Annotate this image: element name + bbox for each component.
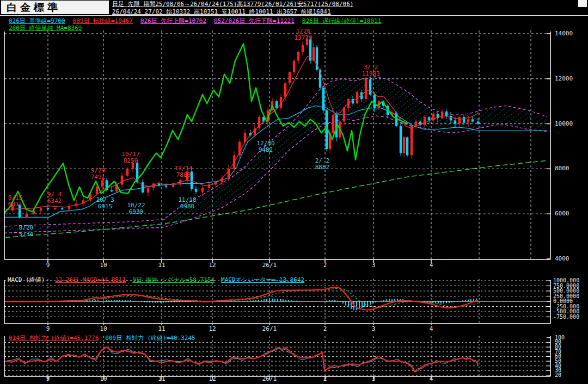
month-label: 12	[209, 325, 216, 332]
pivot-low-annotation: 10/ 3 6915	[96, 197, 114, 210]
month-label: 9	[46, 262, 50, 269]
month-label: 11	[158, 325, 165, 332]
price-tick-label: 6000	[555, 210, 569, 217]
header-bar: 白金標準 日足 先限 期間25/08/06～26/04/24(175)高1377…	[0, 0, 588, 16]
pivot-high-annotation: 9/29 7491	[91, 168, 106, 181]
month-label: 12	[209, 375, 216, 382]
price-tick-label: 8000	[555, 165, 569, 172]
pivot-low-annotation: 2/ 2 8882	[315, 158, 330, 171]
month-label: 10	[100, 262, 107, 269]
pivot-high-annotation: 9/ 4 6342	[47, 191, 62, 205]
month-label: 4	[430, 262, 433, 269]
pivot-high-annotation: 11/14 7880	[174, 165, 192, 178]
month-label: 9	[46, 375, 50, 382]
month-label: 3	[372, 262, 376, 269]
price-tick-label: 12000	[555, 75, 573, 82]
month-label: 9	[46, 325, 50, 332]
month-label: 11	[158, 375, 165, 382]
pivot-low-annotation: 11/18 6980	[178, 197, 196, 210]
pivot-high-annotation: 8/15 6811	[8, 195, 23, 208]
main-price-chart[interactable]	[0, 16, 551, 272]
month-label: 26/1	[262, 325, 277, 332]
price-tick-label: 10000	[555, 120, 573, 127]
month-label: 12	[209, 262, 216, 269]
rsi-tick-label: 20	[555, 372, 561, 378]
macd-tick-label: -750.000	[553, 314, 579, 320]
month-label: 4	[430, 375, 433, 382]
pivot-high-annotation: 1/26 13779	[294, 28, 312, 41]
month-label: 3	[372, 325, 376, 332]
period-info: 日足 先限 期間25/08/06～26/04/24(175)高13779(26/…	[112, 0, 353, 8]
month-label: 26/1	[262, 262, 277, 269]
price-tick-label: 14000	[555, 30, 573, 37]
ohlc-info: 26/04/24 27/02 始10332 高10351 安10011 終100…	[112, 8, 331, 16]
month-label: 10	[100, 325, 107, 332]
macd-chart[interactable]	[0, 275, 551, 325]
month-label: 2	[323, 262, 327, 269]
chart-application-window: { "header": { "title": "白金標準", "line1": …	[0, 0, 588, 384]
month-label: 3	[372, 375, 376, 382]
price-tick-label: 4000	[555, 255, 569, 262]
pivot-high-annotation: 3/ 2 11983	[362, 64, 379, 77]
month-label: 10	[100, 375, 107, 382]
month-label: 2	[323, 375, 327, 382]
month-label: 2	[323, 325, 327, 332]
corner-block	[578, 0, 587, 7]
pivot-low-annotation: 10/22 6930	[127, 202, 145, 215]
pivot-low-annotation: 12/30 9482	[256, 140, 274, 153]
month-label: 26/1	[262, 375, 277, 382]
month-label: 4	[430, 325, 433, 332]
chart-title: 白金標準	[1, 1, 109, 14]
pivot-low-annotation: 8/20 5734	[19, 225, 34, 238]
pivot-high-annotation: 10/17 8250	[121, 151, 139, 164]
month-label: 11	[158, 262, 165, 269]
